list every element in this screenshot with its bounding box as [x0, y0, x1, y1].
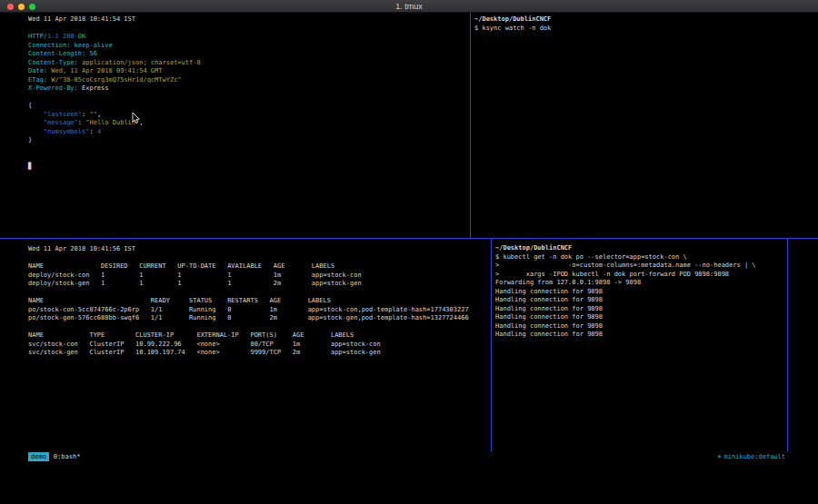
terminal-line: ~/Desktop/DublinCNCF	[495, 244, 787, 253]
terminal-line: }	[28, 136, 470, 145]
terminal-line	[28, 94, 470, 103]
pane-kubectl-resources[interactable]: Wed 11 Apr 2018 10:41:56 IST NAME DESIRE…	[0, 239, 490, 451]
terminal-line: NAME TYPE CLUSTER-IP EXTERNAL-IP PORT(S)…	[28, 331, 490, 341]
minimize-button[interactable]	[18, 4, 25, 10]
terminal-line: Connection: keep-alive	[28, 42, 470, 51]
terminal-line: $ ksync watch -n dok	[474, 25, 818, 34]
terminal-line: Handling connection for 9898	[495, 305, 787, 314]
terminal-line: ETag: W/"38-05coCsrg3mQ75sHr1d/qcMTwYZc"	[28, 76, 470, 85]
terminal-line: $ kubectl get -n dok po --selector=app=s…	[495, 253, 787, 262]
terminal-line: NAME DESIRED CURRENT UP-TO-DATE AVAILABL…	[28, 262, 490, 272]
pane-border-vertical-bottom[interactable]	[491, 239, 492, 451]
active-window-label[interactable]: 0:bash*	[54, 453, 81, 460]
terminal-line: > xargs -IPOD kubectl -n dok port-forwar…	[495, 271, 787, 280]
close-button[interactable]	[7, 4, 14, 10]
pane-border-vertical-top[interactable]	[470, 13, 471, 238]
terminal-line: Handling connection for 9898	[495, 322, 787, 331]
session-name-badge: demo	[28, 452, 49, 461]
terminal-line	[28, 145, 470, 154]
terminal-line: Handling connection for 9898	[495, 288, 787, 297]
terminal-line: svc/stock-con ClusterIP 10.99.222.96 <no…	[28, 341, 490, 350]
pane-http-response[interactable]: Wed 11 Apr 2018 10:41:54 IST HTTP/1.1 20…	[0, 13, 470, 238]
helm-wheel-icon: ⎈	[717, 453, 721, 460]
tmux-status-bar: demo 0:bash* ⎈ minikube:default	[0, 451, 818, 461]
terminal-line: Handling connection for 9898	[495, 296, 787, 305]
terminal-line: deploy/stock-con 1 1 1 1 1m app=stock-co…	[28, 272, 490, 281]
terminal-line: po/stock-con-5cc874766c-2p6rp 1/1 Runnin…	[28, 306, 490, 315]
kube-context-label: minikube:default	[724, 453, 785, 460]
zoom-button[interactable]	[29, 4, 35, 10]
terminal-line	[28, 289, 490, 298]
terminal-line: ~/Desktop/DublinCNCF	[474, 15, 818, 25]
terminal-line: "numsymbols": 4	[28, 128, 470, 137]
terminal-line: HTTP/1.1 200 OK	[28, 33, 470, 42]
terminal-line: {	[28, 102, 470, 111]
terminal-line: Date: Wed, 11 Apr 2018 09:41:54 GMT	[28, 67, 470, 76]
terminal-line	[28, 25, 470, 34]
terminal-line: svc/stock-gen ClusterIP 10.109.197.74 <n…	[28, 349, 490, 358]
window-titlebar[interactable]: 1. tmux	[0, 0, 818, 13]
terminal-line: Content-Length: 56	[28, 50, 470, 59]
window-title: 1. tmux	[395, 0, 423, 13]
terminal-line	[28, 254, 490, 263]
terminal-line: Wed 11 Apr 2018 10:41:54 IST	[28, 15, 470, 25]
pane-border-vertical-right[interactable]	[787, 239, 788, 451]
terminal-line: > -o=custom-columns=:metadata.name --no-…	[495, 262, 787, 271]
terminal-line: po/stock-gen-576cc688bb-swqf6 1/1 Runnin…	[28, 314, 490, 323]
terminal-line: "message": "Hello Dublin",	[28, 119, 470, 128]
pane-border-horizontal[interactable]	[0, 238, 818, 239]
terminal-line: deploy/stock-gen 1 1 1 1 2m app=stock-ge…	[28, 280, 490, 289]
terminal-line: X-Powered-By: Express	[28, 84, 470, 94]
terminal-line	[28, 153, 470, 163]
terminal-line: Handling connection for 9898	[495, 331, 787, 340]
terminal-window: 1. tmux Wed 11 Apr 2018 10:41:54 IST HTT…	[0, 0, 818, 504]
terminal-line: Handling connection for 9898	[495, 313, 787, 322]
pane-ksync-watch[interactable]: ~/Desktop/DublinCNCF$ ksync watch -n dok	[471, 13, 818, 238]
terminal-line: "lastseen": "",	[28, 111, 470, 120]
traffic-lights	[7, 0, 35, 13]
terminal-line	[28, 323, 490, 332]
terminal-line: NAME READY STATUS RESTARTS AGE LABELS	[28, 297, 490, 306]
terminal-line: ▊	[28, 163, 470, 172]
pane-port-forward[interactable]: ~/Desktop/DublinCNCF$ kubectl get -n dok…	[492, 239, 787, 451]
terminal-line: Wed 11 Apr 2018 10:41:56 IST	[28, 245, 490, 254]
terminal-line: Content-Type: application/json; charset=…	[28, 59, 470, 68]
mouse-cursor-icon	[132, 113, 140, 124]
terminal-line: Forwarding from 127.0.0.1:9898 -> 9898	[495, 279, 787, 288]
